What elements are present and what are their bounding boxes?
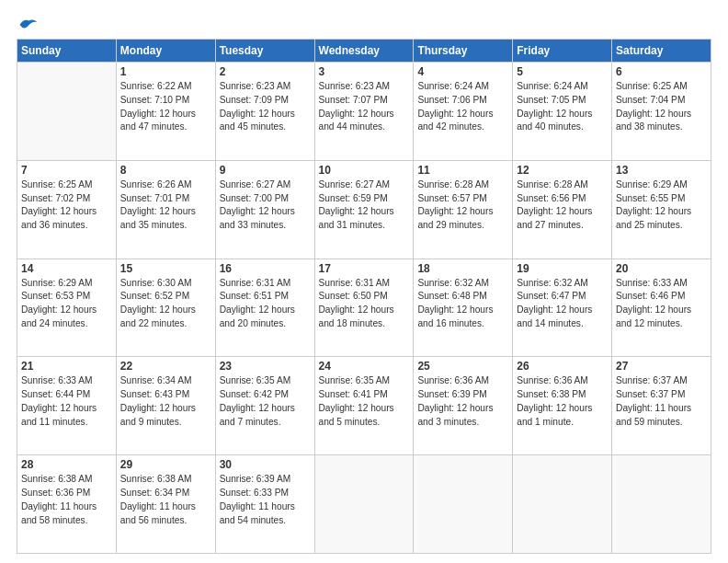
day-number: 18	[417, 262, 508, 275]
calendar-cell: 27Sunrise: 6:37 AM Sunset: 6:37 PM Dayli…	[612, 357, 711, 455]
day-info: Sunrise: 6:32 AM Sunset: 6:48 PM Dayligh…	[417, 277, 508, 331]
logo-bird-icon	[18, 17, 39, 33]
day-number: 12	[517, 164, 608, 177]
day-number: 7	[21, 164, 112, 177]
day-info: Sunrise: 6:31 AM Sunset: 6:51 PM Dayligh…	[220, 277, 311, 331]
calendar-week-row-5: 28Sunrise: 6:38 AM Sunset: 6:36 PM Dayli…	[17, 455, 711, 554]
calendar-cell: 26Sunrise: 6:36 AM Sunset: 6:38 PM Dayli…	[513, 357, 612, 455]
day-info: Sunrise: 6:23 AM Sunset: 7:09 PM Dayligh…	[220, 80, 311, 134]
day-info: Sunrise: 6:25 AM Sunset: 7:02 PM Dayligh…	[21, 178, 112, 233]
day-number: 3	[319, 65, 410, 78]
day-info: Sunrise: 6:23 AM Sunset: 7:07 PM Dayligh…	[319, 80, 410, 134]
calendar-cell: 20Sunrise: 6:33 AM Sunset: 6:46 PM Dayli…	[612, 259, 711, 357]
calendar-cell: 18Sunrise: 6:32 AM Sunset: 6:48 PM Dayli…	[414, 259, 513, 357]
calendar-cell: 29Sunrise: 6:38 AM Sunset: 6:34 PM Dayli…	[116, 455, 215, 554]
day-info: Sunrise: 6:39 AM Sunset: 6:33 PM Dayligh…	[220, 473, 311, 527]
day-number: 28	[21, 458, 112, 471]
day-info: Sunrise: 6:38 AM Sunset: 6:36 PM Dayligh…	[21, 473, 112, 527]
day-number: 17	[319, 262, 410, 275]
weekday-header-monday: Monday	[116, 40, 215, 63]
calendar-week-row-2: 7Sunrise: 6:25 AM Sunset: 7:02 PM Daylig…	[17, 160, 711, 259]
calendar-cell: 19Sunrise: 6:32 AM Sunset: 6:47 PM Dayli…	[513, 259, 612, 357]
calendar-cell	[314, 455, 414, 554]
day-number: 23	[220, 360, 311, 373]
day-number: 27	[616, 360, 707, 373]
day-info: Sunrise: 6:36 AM Sunset: 6:39 PM Dayligh…	[417, 374, 508, 429]
day-number: 11	[417, 164, 508, 177]
day-info: Sunrise: 6:24 AM Sunset: 7:05 PM Dayligh…	[517, 80, 608, 134]
weekday-header-tuesday: Tuesday	[215, 40, 314, 63]
logo	[17, 17, 39, 29]
weekday-header-friday: Friday	[513, 40, 612, 63]
day-number: 6	[616, 65, 707, 78]
day-number: 13	[616, 164, 707, 177]
calendar-cell: 14Sunrise: 6:29 AM Sunset: 6:53 PM Dayli…	[17, 259, 117, 357]
weekday-header-thursday: Thursday	[414, 40, 513, 63]
day-number: 16	[220, 262, 311, 275]
day-number: 29	[120, 458, 211, 471]
day-number: 25	[417, 360, 508, 373]
day-number: 8	[120, 164, 211, 177]
day-info: Sunrise: 6:31 AM Sunset: 6:50 PM Dayligh…	[319, 277, 410, 331]
calendar-cell: 6Sunrise: 6:25 AM Sunset: 7:04 PM Daylig…	[612, 63, 711, 161]
day-number: 15	[120, 262, 211, 275]
calendar-cell: 17Sunrise: 6:31 AM Sunset: 6:50 PM Dayli…	[314, 259, 414, 357]
calendar-cell: 13Sunrise: 6:29 AM Sunset: 6:55 PM Dayli…	[612, 160, 711, 259]
calendar-cell: 3Sunrise: 6:23 AM Sunset: 7:07 PM Daylig…	[314, 63, 414, 161]
calendar-cell: 7Sunrise: 6:25 AM Sunset: 7:02 PM Daylig…	[17, 160, 117, 259]
calendar-cell: 4Sunrise: 6:24 AM Sunset: 7:06 PM Daylig…	[414, 63, 513, 161]
day-number: 22	[120, 360, 211, 373]
day-info: Sunrise: 6:32 AM Sunset: 6:47 PM Dayligh…	[517, 277, 608, 331]
day-number: 14	[21, 262, 112, 275]
day-info: Sunrise: 6:29 AM Sunset: 6:53 PM Dayligh…	[21, 277, 112, 331]
day-number: 26	[517, 360, 608, 373]
day-info: Sunrise: 6:29 AM Sunset: 6:55 PM Dayligh…	[616, 178, 707, 233]
calendar-cell: 10Sunrise: 6:27 AM Sunset: 6:59 PM Dayli…	[314, 160, 414, 259]
calendar-cell: 22Sunrise: 6:34 AM Sunset: 6:43 PM Dayli…	[116, 357, 215, 455]
calendar-cell: 15Sunrise: 6:30 AM Sunset: 6:52 PM Dayli…	[116, 259, 215, 357]
calendar-header-row: SundayMondayTuesdayWednesdayThursdayFrid…	[17, 40, 711, 63]
calendar-cell: 2Sunrise: 6:23 AM Sunset: 7:09 PM Daylig…	[215, 63, 314, 161]
day-info: Sunrise: 6:33 AM Sunset: 6:46 PM Dayligh…	[616, 277, 707, 331]
weekday-header-saturday: Saturday	[612, 40, 711, 63]
day-info: Sunrise: 6:22 AM Sunset: 7:10 PM Dayligh…	[120, 80, 211, 134]
calendar-week-row-1: 1Sunrise: 6:22 AM Sunset: 7:10 PM Daylig…	[17, 63, 711, 161]
day-info: Sunrise: 6:30 AM Sunset: 6:52 PM Dayligh…	[120, 277, 211, 331]
day-info: Sunrise: 6:28 AM Sunset: 6:57 PM Dayligh…	[417, 178, 508, 233]
calendar-cell: 9Sunrise: 6:27 AM Sunset: 7:00 PM Daylig…	[215, 160, 314, 259]
calendar-cell: 12Sunrise: 6:28 AM Sunset: 6:56 PM Dayli…	[513, 160, 612, 259]
day-number: 24	[319, 360, 410, 373]
day-number: 21	[21, 360, 112, 373]
day-number: 2	[220, 65, 311, 78]
day-info: Sunrise: 6:34 AM Sunset: 6:43 PM Dayligh…	[120, 374, 211, 429]
day-info: Sunrise: 6:27 AM Sunset: 6:59 PM Dayligh…	[319, 178, 410, 233]
calendar-cell: 25Sunrise: 6:36 AM Sunset: 6:39 PM Dayli…	[414, 357, 513, 455]
calendar-cell: 8Sunrise: 6:26 AM Sunset: 7:01 PM Daylig…	[116, 160, 215, 259]
calendar-cell: 5Sunrise: 6:24 AM Sunset: 7:05 PM Daylig…	[513, 63, 612, 161]
day-number: 4	[417, 65, 508, 78]
day-info: Sunrise: 6:36 AM Sunset: 6:38 PM Dayligh…	[517, 374, 608, 429]
calendar-cell	[612, 455, 711, 554]
calendar-cell	[513, 455, 612, 554]
calendar-cell: 16Sunrise: 6:31 AM Sunset: 6:51 PM Dayli…	[215, 259, 314, 357]
calendar-cell: 1Sunrise: 6:22 AM Sunset: 7:10 PM Daylig…	[116, 63, 215, 161]
day-number: 9	[220, 164, 311, 177]
day-number: 5	[517, 65, 608, 78]
day-info: Sunrise: 6:26 AM Sunset: 7:01 PM Dayligh…	[120, 178, 211, 233]
weekday-header-sunday: Sunday	[17, 40, 117, 63]
day-info: Sunrise: 6:33 AM Sunset: 6:44 PM Dayligh…	[21, 374, 112, 429]
day-info: Sunrise: 6:25 AM Sunset: 7:04 PM Dayligh…	[616, 80, 707, 134]
day-number: 19	[517, 262, 608, 275]
day-info: Sunrise: 6:28 AM Sunset: 6:56 PM Dayligh…	[517, 178, 608, 233]
calendar-cell	[17, 63, 117, 161]
day-info: Sunrise: 6:38 AM Sunset: 6:34 PM Dayligh…	[120, 473, 211, 527]
day-info: Sunrise: 6:24 AM Sunset: 7:06 PM Dayligh…	[417, 80, 508, 134]
day-number: 1	[120, 65, 211, 78]
day-number: 20	[616, 262, 707, 275]
weekday-header-wednesday: Wednesday	[314, 40, 414, 63]
day-info: Sunrise: 6:35 AM Sunset: 6:42 PM Dayligh…	[220, 374, 311, 429]
calendar-cell: 30Sunrise: 6:39 AM Sunset: 6:33 PM Dayli…	[215, 455, 314, 554]
calendar-cell: 21Sunrise: 6:33 AM Sunset: 6:44 PM Dayli…	[17, 357, 117, 455]
calendar-cell: 23Sunrise: 6:35 AM Sunset: 6:42 PM Dayli…	[215, 357, 314, 455]
calendar-cell: 28Sunrise: 6:38 AM Sunset: 6:36 PM Dayli…	[17, 455, 117, 554]
